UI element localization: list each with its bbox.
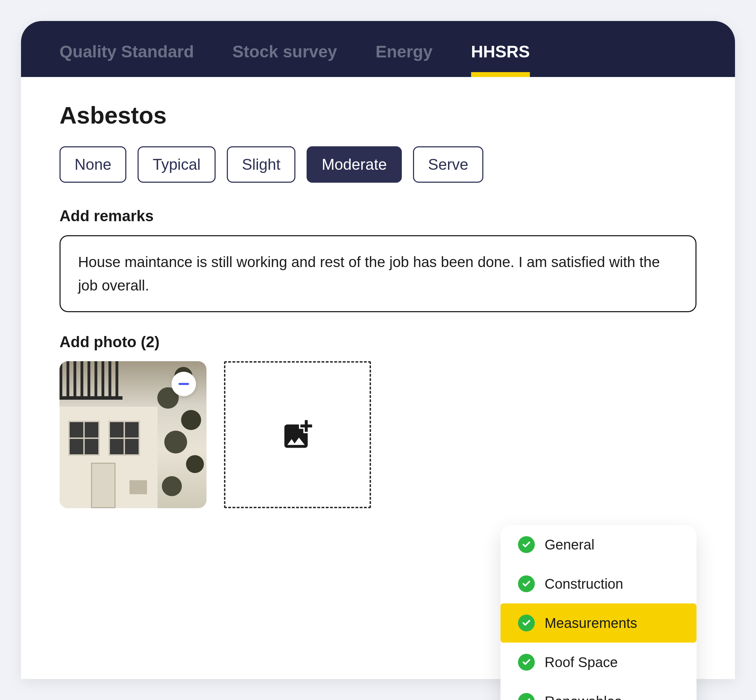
photos-label: Add photo (2) <box>59 333 697 351</box>
tab-energy[interactable]: Energy <box>376 42 433 77</box>
tab-quality-standard[interactable]: Quality Standard <box>59 42 194 77</box>
checklist-item-construction[interactable]: Construction <box>500 564 697 603</box>
check-icon <box>518 654 535 670</box>
checklist-label: Roof Space <box>545 655 618 670</box>
severity-selector: None Typical Slight Moderate Serve <box>59 146 697 183</box>
check-icon <box>518 615 535 631</box>
content-area: Asbestos None Typical Slight Moderate Se… <box>21 77 735 526</box>
tab-stock-survey[interactable]: Stock survey <box>233 42 337 77</box>
severity-slight[interactable]: Slight <box>227 146 295 183</box>
remove-photo-button[interactable] <box>172 372 196 396</box>
severity-none[interactable]: None <box>59 146 127 183</box>
add-image-icon <box>278 417 317 452</box>
checklist-label: Construction <box>545 576 623 592</box>
add-photo-button[interactable] <box>224 361 371 508</box>
tab-hhsrs[interactable]: HHSRS <box>471 42 530 77</box>
checklist-label: Renewables <box>545 694 622 700</box>
severity-serve[interactable]: Serve <box>413 146 483 183</box>
check-icon <box>518 575 535 592</box>
checklist-item-roof-space[interactable]: Roof Space <box>500 642 697 682</box>
checklist-item-general[interactable]: General <box>500 525 697 564</box>
survey-card: Quality Standard Stock survey Energy HHS… <box>21 21 735 679</box>
check-icon <box>518 536 535 553</box>
page-title: Asbestos <box>59 102 697 129</box>
checklist-label: General <box>545 537 594 553</box>
severity-moderate[interactable]: Moderate <box>306 146 402 183</box>
check-icon <box>518 693 535 700</box>
remarks-label: Add remarks <box>59 207 697 225</box>
checklist-item-renewables[interactable]: Renewables <box>500 682 697 700</box>
minus-icon <box>178 383 189 385</box>
checklist-label: Measurements <box>545 615 637 631</box>
photo-thumbnail-1[interactable] <box>59 361 206 508</box>
photo-row <box>59 361 697 508</box>
tabs-header: Quality Standard Stock survey Energy HHS… <box>21 21 735 77</box>
severity-typical[interactable]: Typical <box>137 146 216 183</box>
checklist-item-measurements[interactable]: Measurements <box>500 603 697 642</box>
remarks-input[interactable]: House maintance is still working and res… <box>59 235 697 312</box>
checklist-panel: General Construction Measurements Roof S… <box>500 525 697 700</box>
